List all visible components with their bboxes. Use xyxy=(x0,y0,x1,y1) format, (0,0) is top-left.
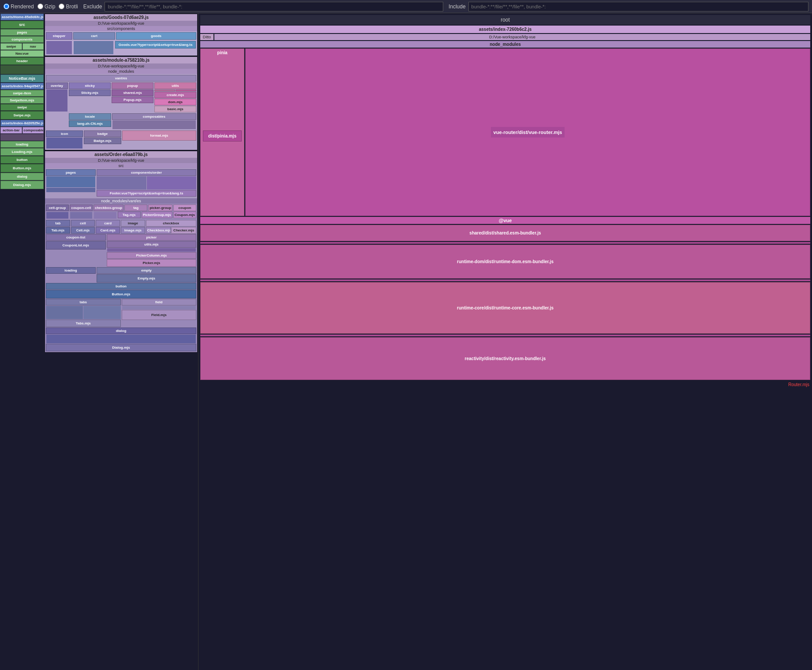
picker-mjs-cell[interactable]: Picker.mjs xyxy=(107,259,196,267)
checkbox-mjs-cell[interactable]: Checkbox.mjs xyxy=(146,227,171,234)
loading-item[interactable]: loading xyxy=(0,141,44,148)
picker-group-label[interactable]: picker-group xyxy=(148,205,172,211)
goods-cell[interactable]: goods xyxy=(116,32,196,40)
runtime-core-block[interactable]: runtime-core/dist/runtime-core.esm-bundl… xyxy=(200,282,810,334)
card-label[interactable]: card xyxy=(96,220,120,227)
pinia-mjs-cell[interactable]: dist/pinia.mjs xyxy=(203,130,242,141)
field-mjs-cell[interactable]: Field.mjs xyxy=(122,310,197,320)
coupon-mjs-cell[interactable]: Coupon.mjs xyxy=(173,212,196,218)
order-field-label[interactable]: field xyxy=(122,299,197,305)
swipe-item[interactable]: swipe xyxy=(0,43,22,50)
order-dialog-mjs[interactable]: Dialog.mjs xyxy=(46,344,196,351)
cell-mjs-cell[interactable]: Cell.mjs xyxy=(71,227,95,234)
pages-item[interactable]: pages xyxy=(0,29,44,36)
order-pages-label[interactable]: pages xyxy=(46,169,96,176)
sticky-label[interactable]: sticky xyxy=(69,82,111,89)
utils-mjs-cell2[interactable]: utils.mjs xyxy=(107,241,196,248)
cell-label[interactable]: cell xyxy=(71,220,95,227)
sticky-popup-utils-col: sticky Sticky.mjs popup shared.mjs Popup… xyxy=(69,82,196,130)
coupon-list-mjs-cell[interactable]: CouponList.mjs xyxy=(46,241,106,249)
badge-label[interactable]: badge xyxy=(84,130,121,137)
order-button-label[interactable]: button xyxy=(46,283,196,290)
image-label[interactable]: image xyxy=(121,220,145,227)
tabs-mjs-cell[interactable]: Tabs.mjs xyxy=(46,320,121,327)
home-bundle-item[interactable]: assets/Home-85a9d6fc.js xyxy=(0,14,44,20)
coupon-cell-content xyxy=(70,212,92,219)
card-mjs-cell[interactable]: Card.mjs xyxy=(96,227,120,234)
header-item[interactable]: header xyxy=(0,57,44,65)
footer-vue-cell[interactable]: Footer.vue?type=script&setup=true&lang.t… xyxy=(97,190,196,197)
picker-label[interactable]: picker xyxy=(107,234,196,241)
coupon-label[interactable]: coupon xyxy=(173,205,196,211)
reactivity-block[interactable]: reactivity/dist/reactivity.esm-bundler.j… xyxy=(200,337,810,380)
empty-mjs-cell[interactable]: Empty.mjs xyxy=(97,274,196,283)
cart-cell[interactable]: cart xyxy=(73,32,115,40)
shared-block[interactable]: shared/dist/shared.esm-bundler.js xyxy=(200,225,810,241)
checker-mjs-cell[interactable]: Checker.mjs xyxy=(171,227,196,234)
noticebar-item[interactable]: NoticeBar.mjs xyxy=(0,74,44,82)
checkbox-label[interactable]: checkbox xyxy=(146,220,196,227)
rendered-radio[interactable]: Rendered xyxy=(4,4,34,10)
shared-mjs-cell[interactable]: shared.mjs xyxy=(112,89,153,96)
order-tabs-label[interactable]: tabs xyxy=(46,299,121,305)
lang-zh-cell[interactable]: lang-zh-CN.mjs xyxy=(69,120,111,127)
popup-label[interactable]: popup xyxy=(112,82,153,89)
include-input[interactable] xyxy=(468,2,808,11)
dom-mjs-cell[interactable]: dom.mjs xyxy=(154,99,196,105)
nav-vue-item[interactable]: Nav.vue xyxy=(0,50,44,57)
tab-mjs-cell[interactable]: Tab.mjs xyxy=(46,227,70,234)
dialog-item[interactable]: dialog xyxy=(0,173,44,180)
button-mjs[interactable]: Button.mjs xyxy=(0,164,44,172)
order-tabs-group: tabs Tabs.mjs xyxy=(46,299,121,327)
components-item[interactable]: components xyxy=(0,36,44,43)
swipeitem-mjs[interactable]: SwipeItem.mjs xyxy=(0,97,44,104)
utils-label[interactable]: utils xyxy=(154,82,196,89)
composables-label[interactable]: composables xyxy=(112,113,196,120)
overlay-cell[interactable]: overlay xyxy=(46,82,68,89)
picker-column-mjs-cell[interactable]: PickerColumn.mjs xyxy=(107,252,196,259)
tab-label[interactable]: tab xyxy=(46,220,70,227)
dialog-mjs[interactable]: Dialog.mjs xyxy=(0,181,44,189)
nav-item[interactable]: nav xyxy=(22,43,44,50)
popup-mjs-cell[interactable]: Popup.mjs xyxy=(112,97,153,103)
brotli-radio[interactable]: Brotli xyxy=(59,4,78,10)
swipe-mjs[interactable]: Swipe.mjs xyxy=(0,111,44,119)
tag-label[interactable]: tag xyxy=(124,205,147,211)
action-bar-item[interactable]: action-bar xyxy=(0,127,22,134)
order-empty-label[interactable]: empty xyxy=(97,267,196,274)
src-item[interactable]: src xyxy=(0,21,44,29)
basic-mjs-cell[interactable]: basic.mjs xyxy=(154,106,196,112)
pinia-block[interactable]: pinia dist/pinia.mjs xyxy=(200,48,244,216)
format-mjs-cell[interactable]: format.mjs xyxy=(122,130,197,141)
image-mjs-cell[interactable]: Image.mjs xyxy=(121,227,145,234)
vue-router-block[interactable]: vue-router/dist/vue-router.mjs xyxy=(245,48,810,216)
order-components-label[interactable]: components/order xyxy=(97,169,196,176)
button-item[interactable]: button xyxy=(0,156,44,164)
index-94-item[interactable]: assets/index-94ap0547.js xyxy=(0,83,44,89)
cell-group-label[interactable]: cell-group xyxy=(46,205,69,211)
icon-label[interactable]: icon xyxy=(46,130,83,137)
order-button-mjs[interactable]: Button.mjs xyxy=(46,290,196,298)
index-8d-item[interactable]: assets/index-8d20525e.js xyxy=(0,120,44,127)
swipe-item2[interactable]: swipe-item xyxy=(0,90,44,97)
badge-mjs-cell[interactable]: Badge.mjs xyxy=(84,138,121,144)
sticky-mjs-cell[interactable]: Sticky.mjs xyxy=(69,89,111,96)
checkbox-group-label[interactable]: checkbox-group xyxy=(94,205,123,211)
stapper-cell[interactable]: stapper xyxy=(46,32,72,40)
exclude-input[interactable] xyxy=(105,2,443,11)
composables-item[interactable]: composables xyxy=(22,127,44,134)
loading-mjs[interactable]: Loading.mjs xyxy=(0,148,44,156)
swipe-item3[interactable]: swipe xyxy=(0,104,44,111)
picker-group-mjs-cell[interactable]: PickerGroup.mjs xyxy=(142,212,172,218)
vant-es-label[interactable]: vant/es xyxy=(46,75,196,82)
goods-vue-cell[interactable]: Goods.vue?type=script&setup=true&lang.ts xyxy=(115,41,196,48)
gzip-radio[interactable]: Gzip xyxy=(37,4,56,10)
order-dialog-label[interactable]: dialog xyxy=(46,328,196,334)
coupon-list-label[interactable]: coupon-list xyxy=(46,234,106,241)
order-loading-label[interactable]: loading xyxy=(46,267,96,274)
tag-mjs-cell[interactable]: Tag.mjs xyxy=(118,212,141,218)
runtime-dom-block[interactable]: runtime-dom/dist/runtime-dom.esm-bundler… xyxy=(200,245,810,279)
create-mjs-cell[interactable]: create.mjs xyxy=(154,92,196,98)
locale-label[interactable]: locale xyxy=(69,113,111,120)
coupon-cell-label[interactable]: coupon-cell xyxy=(70,205,93,211)
